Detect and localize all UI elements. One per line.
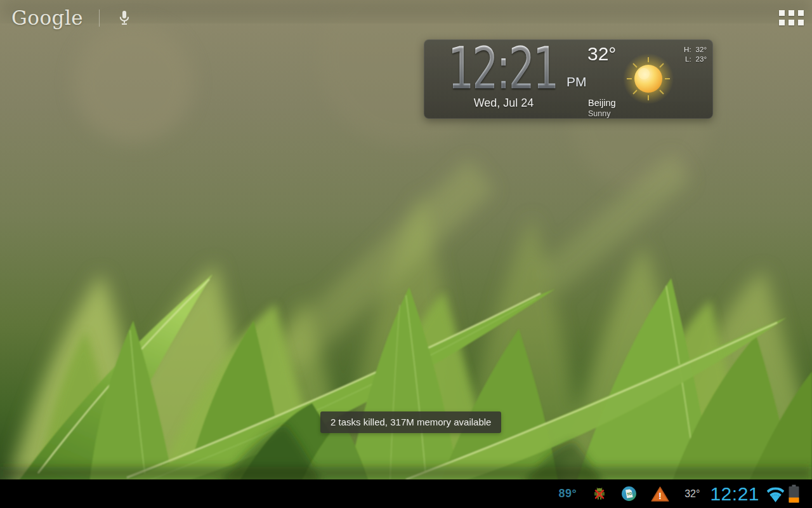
clock-time-row[interactable]: 12:21 PM xyxy=(448,39,587,98)
search-divider xyxy=(99,10,100,27)
toast-message: 2 tasks killed, 317M memory available xyxy=(320,411,501,433)
notification-temp-badge[interactable]: 89° xyxy=(558,487,577,500)
status-bar[interactable]: 89° xyxy=(0,479,812,508)
weather-low-value: 23° xyxy=(696,55,707,64)
clock-date: Wed, Jul 24 xyxy=(424,97,584,110)
warning-icon[interactable]: ! xyxy=(651,486,669,502)
weather-low-label: L: xyxy=(685,55,691,64)
sd-card-icon[interactable]: SD xyxy=(621,486,637,502)
google-logo[interactable]: Google xyxy=(11,6,83,29)
sun-icon xyxy=(622,52,675,105)
mic-button[interactable] xyxy=(115,7,134,29)
weather-city: Beijing xyxy=(588,98,616,108)
android-home-screen: Google 12:21 PM Wed, Jul 24 32° xyxy=(0,0,812,508)
clock-meridiem: PM xyxy=(566,74,587,90)
wifi-icon[interactable] xyxy=(766,485,785,503)
weather-high-label: H: xyxy=(684,45,691,55)
apps-grid-button[interactable] xyxy=(779,10,804,26)
apps-grid-icon xyxy=(779,10,804,25)
status-ambient-temp[interactable]: 32° xyxy=(684,488,700,500)
google-search-bar[interactable]: Google xyxy=(11,5,134,30)
weather-high-value: 32° xyxy=(696,45,707,55)
clock-time: 12:21 xyxy=(448,39,557,98)
weather-temperature: 32° xyxy=(587,43,616,65)
status-clock[interactable]: 12:21 xyxy=(710,483,759,505)
svg-text:!: ! xyxy=(658,491,662,501)
clock-weather-widget[interactable]: 12:21 PM Wed, Jul 24 32° H: 32° L: 23° xyxy=(424,39,713,119)
weather-condition: Sunny xyxy=(588,109,610,118)
battery-icon[interactable] xyxy=(789,485,799,503)
mic-icon xyxy=(117,9,131,27)
weather-high-low: H: 32° L: 23° xyxy=(684,45,707,64)
task-killer-icon[interactable] xyxy=(593,486,606,501)
